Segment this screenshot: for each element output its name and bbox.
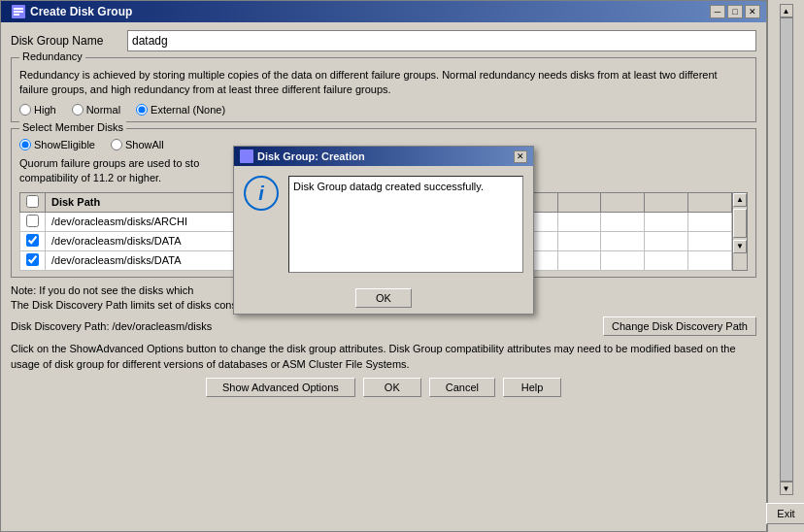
redundancy-normal-radio[interactable] <box>72 104 84 116</box>
row3-col5 <box>645 250 688 270</box>
info-icon: i <box>244 176 279 211</box>
window-controls: ─ □ ✕ <box>710 5 760 18</box>
bottom-buttons: Show Advanced Options OK Cancel Help <box>11 378 756 397</box>
show-advanced-options-button[interactable]: Show Advanced Options <box>206 378 355 397</box>
show-all-radio[interactable] <box>111 139 122 150</box>
side-scroll-up[interactable]: ▲ <box>780 4 793 17</box>
sub-message-text: Disk Group datadg created successfully. <box>293 181 484 192</box>
help-button[interactable]: Help <box>503 378 561 397</box>
svg-rect-1 <box>14 8 23 10</box>
row1-col4 <box>601 212 645 231</box>
member-disks-title: Select Member Disks <box>19 121 126 133</box>
main-title-bar: Create Disk Group ─ □ ✕ <box>1 1 766 22</box>
row3-checkbox[interactable] <box>26 253 39 266</box>
disk-group-name-input[interactable] <box>127 30 756 51</box>
dialog-icon <box>11 4 26 19</box>
row3-col3 <box>557 250 601 270</box>
show-all-label: ShowAll <box>125 139 164 150</box>
discovery-path-label: Disk Discovery Path: <box>11 320 109 332</box>
scroll-thumb[interactable] <box>733 209 747 238</box>
redundancy-group: Redundancy Redundancy is achieved by sto… <box>11 57 756 122</box>
disk-group-name-label: Disk Group Name <box>11 34 127 48</box>
main-dialog-title: Create Disk Group <box>30 5 132 18</box>
row3-checkbox-cell[interactable] <box>20 250 46 270</box>
discovery-path-value: /dev/oracleasm/disks <box>113 320 213 332</box>
col-3 <box>557 192 601 212</box>
sub-close-button[interactable]: ✕ <box>514 150 527 163</box>
redundancy-external-label: External (None) <box>151 104 225 116</box>
redundancy-options: High Normal External (None) <box>19 104 748 116</box>
row2-col6 <box>688 231 732 250</box>
ok-button[interactable]: OK <box>363 378 421 397</box>
row1-col5 <box>645 212 688 231</box>
sub-message-area: Disk Group datadg created successfully. <box>288 176 523 273</box>
row3-col4 <box>601 250 645 270</box>
redundancy-title: Redundancy <box>19 50 85 62</box>
advanced-text: Click on the ShowAdvanced Options button… <box>11 342 756 372</box>
close-button[interactable]: ✕ <box>745 5 760 18</box>
redundancy-normal-label: Normal <box>86 104 120 116</box>
col-4 <box>601 192 645 212</box>
exit-button[interactable]: Exit <box>766 503 804 524</box>
row2-col5 <box>645 231 688 250</box>
show-eligible-label: ShowEligible <box>34 139 95 150</box>
redundancy-description: Redundancy is achieved by storing multip… <box>19 68 748 98</box>
discovery-path-text: Disk Discovery Path: /dev/oracleasm/disk… <box>11 320 212 332</box>
exit-btn-container: Exit <box>766 503 804 524</box>
table-scrollbar[interactable]: ▲ ▼ <box>732 192 748 271</box>
show-eligible-option[interactable]: ShowEligible <box>19 139 95 150</box>
disk-group-name-row: Disk Group Name <box>11 30 756 51</box>
sub-buttons: OK <box>234 283 533 314</box>
redundancy-normal[interactable]: Normal <box>72 104 120 116</box>
change-discovery-path-button[interactable]: Change Disk Discovery Path <box>603 316 756 336</box>
row1-checkbox-cell[interactable] <box>20 212 46 231</box>
row2-col3 <box>557 231 601 250</box>
scroll-up-arrow[interactable]: ▲ <box>733 193 747 207</box>
redundancy-high-radio[interactable] <box>19 104 31 116</box>
row3-col6 <box>688 250 732 270</box>
cancel-button[interactable]: Cancel <box>429 378 495 397</box>
sub-dialog-title: Disk Group: Creation <box>257 150 365 162</box>
row2-checkbox-cell[interactable] <box>20 231 46 250</box>
minimize-button[interactable]: ─ <box>710 5 725 18</box>
select-all-checkbox[interactable] <box>26 195 39 208</box>
row1-col3 <box>557 212 601 231</box>
row2-checkbox[interactable] <box>26 234 39 247</box>
redundancy-external-radio[interactable] <box>136 104 148 116</box>
svg-rect-3 <box>14 14 19 16</box>
svg-rect-2 <box>14 11 23 13</box>
side-panel: ▲ ▼ Exit <box>767 0 804 532</box>
col-checkbox <box>20 192 46 212</box>
side-scroll-track <box>780 17 793 482</box>
sub-dialog-content: i Disk Group datadg created successfully… <box>234 166 533 283</box>
scroll-down-arrow[interactable]: ▼ <box>733 240 747 253</box>
side-scroll-down[interactable]: ▼ <box>780 482 793 495</box>
discovery-row: Disk Discovery Path: /dev/oracleasm/disk… <box>11 316 756 336</box>
show-eligible-radio[interactable] <box>19 139 31 150</box>
sub-dialog: Disk Group: Creation ✕ i Disk Group data… <box>233 146 534 315</box>
maximize-button[interactable]: □ <box>727 5 743 18</box>
col-5 <box>645 192 688 212</box>
show-all-option[interactable]: ShowAll <box>111 139 164 150</box>
sub-title-bar: Disk Group: Creation ✕ <box>234 147 533 166</box>
redundancy-external[interactable]: External (None) <box>136 104 225 116</box>
redundancy-high-label: High <box>34 104 56 116</box>
col-6 <box>688 192 732 212</box>
row2-col4 <box>601 231 645 250</box>
redundancy-high[interactable]: High <box>19 104 56 116</box>
sub-ok-button[interactable]: OK <box>355 288 412 308</box>
row1-checkbox[interactable] <box>26 215 39 227</box>
row1-col6 <box>688 212 732 231</box>
